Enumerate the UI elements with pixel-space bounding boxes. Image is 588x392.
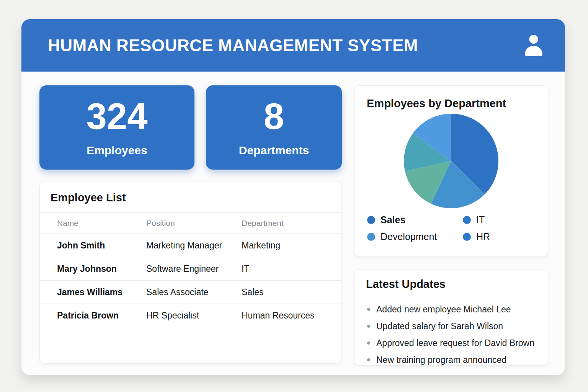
latest-updates-panel: Latest Updates Added new employee Michae… — [354, 269, 548, 366]
legend-dot-icon — [463, 216, 471, 224]
column-header-position: Position — [146, 219, 242, 228]
legend-item-development[interactable]: Development — [367, 231, 463, 242]
update-text: Updated salary for Sarah Wilson — [376, 321, 503, 332]
cell-name: John Smith — [57, 240, 146, 251]
employees-count-label: Employees — [87, 144, 147, 157]
cell-name: Patricia Brown — [57, 310, 146, 321]
cell-position: Sales Associate — [146, 287, 242, 297]
pie-chart-wrap — [354, 114, 548, 208]
stat-card-departments[interactable]: 8 Departments — [206, 85, 342, 170]
column-header-department: Department — [242, 219, 334, 228]
cell-name: Mary Johnson — [57, 264, 146, 274]
app-window: HUMAN RESOURCE MANAGEMENT SYSTEM 324 Emp… — [21, 19, 565, 375]
table-row[interactable]: Patricia BrownHR SpecialistHuman Resourc… — [40, 304, 341, 327]
stats-row: 324 Employees 8 Departments — [39, 85, 342, 170]
chart-legend: SalesITDevelopmentHR — [354, 208, 548, 242]
legend-label: HR — [476, 231, 490, 242]
employee-table-body: John SmithMarketing ManagerMarketingMary… — [40, 234, 341, 327]
list-item: New training program announced — [367, 351, 536, 366]
update-text: Added new employee Michael Lee — [376, 304, 511, 315]
list-item: Updated salary for Sarah Wilson — [367, 318, 536, 335]
user-icon[interactable] — [524, 35, 543, 56]
employees-count: 324 — [86, 98, 147, 135]
stat-card-employees[interactable]: 324 Employees — [39, 85, 194, 170]
cell-department: Sales — [242, 287, 334, 297]
departments-count-label: Departments — [239, 144, 309, 157]
cell-position: Software Engineer — [146, 264, 242, 274]
legend-dot-icon — [367, 216, 375, 224]
table-row[interactable]: Mary JohnsonSoftware EngineerIT — [40, 257, 341, 281]
list-item: Added new employee Michael Lee — [367, 301, 536, 318]
cell-department: Human Resources — [242, 310, 334, 321]
cell-department: IT — [242, 264, 334, 274]
legend-label: IT — [476, 214, 485, 225]
cell-position: Marketing Manager — [146, 240, 242, 251]
latest-updates-title: Latest Updates — [354, 270, 548, 297]
cell-position: HR Specialist — [146, 310, 242, 321]
bullet-icon — [367, 358, 370, 361]
legend-item-hr[interactable]: HR — [463, 231, 548, 242]
bullet-icon — [367, 341, 370, 345]
pie-chart — [404, 114, 498, 208]
bullet-icon — [367, 308, 370, 311]
updates-list: Added new employee Michael LeeUpdated sa… — [354, 297, 548, 366]
table-row[interactable]: James WilliamsSales AssociateSales — [40, 281, 341, 304]
dashboard-content: 324 Employees 8 Departments Employee Lis… — [21, 72, 565, 375]
cell-name: James Williams — [57, 287, 146, 297]
employee-list-title: Employee List — [40, 181, 341, 212]
legend-item-sales[interactable]: Sales — [367, 214, 463, 225]
legend-label: Sales — [381, 214, 405, 225]
page-title: HUMAN RESOURCE MANAGEMENT SYSTEM — [48, 36, 418, 55]
chart-title: Employees by Department — [354, 86, 548, 112]
right-column: Employees by Department SalesITDevelopme… — [354, 85, 548, 364]
bullet-icon — [367, 325, 370, 328]
legend-item-it[interactable]: IT — [463, 214, 548, 225]
employee-table-header: Name Position Department — [40, 213, 341, 234]
app-header: HUMAN RESOURCE MANAGEMENT SYSTEM — [21, 19, 565, 72]
legend-dot-icon — [367, 233, 375, 241]
legend-dot-icon — [463, 233, 471, 241]
table-row[interactable]: John SmithMarketing ManagerMarketing — [40, 234, 341, 257]
list-item: Approved leave request for David Brown — [367, 335, 536, 351]
cell-department: Marketing — [242, 240, 334, 251]
column-header-name: Name — [57, 219, 146, 228]
legend-label: Development — [381, 231, 437, 242]
employee-list-panel: Employee List Name Position Department J… — [39, 181, 342, 364]
update-text: New training program announced — [376, 355, 506, 365]
department-chart-panel: Employees by Department SalesITDevelopme… — [354, 85, 548, 257]
left-column: 324 Employees 8 Departments Employee Lis… — [39, 85, 342, 364]
departments-count: 8 — [264, 98, 284, 135]
update-text: Approved leave request for David Brown — [376, 338, 534, 348]
